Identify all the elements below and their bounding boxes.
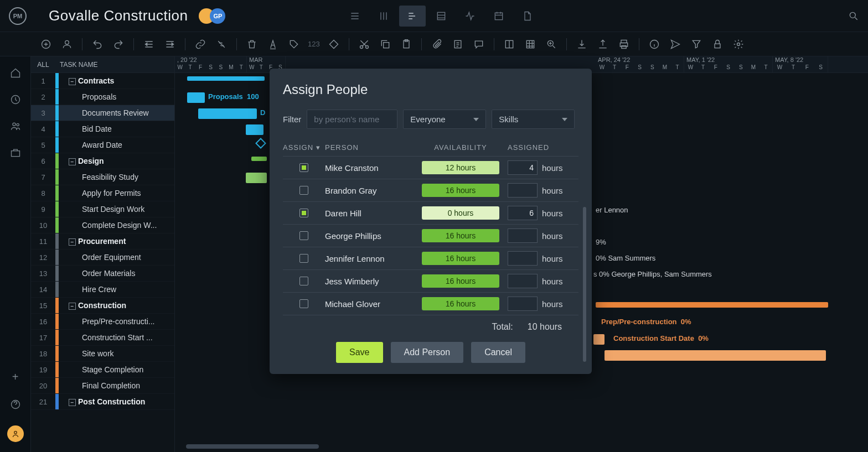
view-sheet-icon[interactable] xyxy=(428,6,454,27)
person-icon[interactable] xyxy=(59,36,75,53)
add-icon[interactable] xyxy=(38,36,54,53)
gantt-bar[interactable] xyxy=(198,108,257,119)
home-icon[interactable] xyxy=(10,67,21,79)
task-row[interactable]: 5Award Date xyxy=(31,137,174,153)
task-row[interactable]: 3Documents Review xyxy=(31,105,174,121)
view-file-icon[interactable] xyxy=(514,6,541,27)
task-row[interactable]: 1−Contracts xyxy=(31,73,174,89)
grid-icon[interactable] xyxy=(522,36,539,53)
assign-checkbox[interactable] xyxy=(299,254,308,263)
avatar[interactable]: GP xyxy=(210,8,225,24)
user-avatar[interactable] xyxy=(7,425,24,442)
col-header-person[interactable]: PERSON xyxy=(325,143,419,152)
comment-icon[interactable] xyxy=(471,36,487,53)
gantt-bar[interactable] xyxy=(246,124,264,135)
task-row[interactable]: 16Prep/Pre-constructi... xyxy=(31,314,174,330)
app-logo[interactable]: PM xyxy=(9,7,27,25)
cut-icon[interactable] xyxy=(356,36,373,53)
horizontal-scrollbar[interactable] xyxy=(186,444,319,449)
save-button[interactable]: Save xyxy=(336,342,383,363)
unlink-icon[interactable] xyxy=(213,36,230,53)
assign-checkbox[interactable] xyxy=(299,163,308,172)
col-header-availability[interactable]: AVAILABILITY xyxy=(419,143,502,152)
filter-scope-select[interactable]: Everyone xyxy=(403,110,486,129)
task-row[interactable]: 19Stage Completion xyxy=(31,362,174,378)
assigned-hours-input[interactable] xyxy=(508,160,538,175)
outdent-icon[interactable] xyxy=(141,36,157,53)
send-icon[interactable] xyxy=(667,36,684,53)
tag-icon[interactable] xyxy=(286,36,302,53)
task-row[interactable]: 6−Design xyxy=(31,153,174,169)
zoom-icon[interactable] xyxy=(543,36,560,53)
gantt-bar[interactable] xyxy=(187,92,205,103)
milestone-diamond-icon[interactable] xyxy=(255,138,266,149)
gantt-bar[interactable] xyxy=(251,157,267,161)
view-calendar-icon[interactable] xyxy=(485,6,512,27)
add-person-button[interactable]: Add Person xyxy=(391,342,464,363)
task-row[interactable]: 2Proposals xyxy=(31,89,174,105)
paste-icon[interactable] xyxy=(398,36,415,53)
assigned-hours-input[interactable] xyxy=(508,251,538,266)
indent-icon[interactable] xyxy=(162,36,178,53)
assign-checkbox[interactable] xyxy=(299,209,308,217)
link-icon[interactable] xyxy=(192,36,209,53)
task-row[interactable]: 18Site work xyxy=(31,346,174,362)
col-header-all[interactable]: ALL xyxy=(31,61,55,69)
view-activity-icon[interactable] xyxy=(457,6,483,27)
text-format-icon[interactable] xyxy=(265,36,281,53)
redo-icon[interactable] xyxy=(110,36,127,53)
trash-icon[interactable] xyxy=(244,36,260,53)
team-icon[interactable] xyxy=(10,121,21,132)
assigned-hours-input[interactable] xyxy=(508,297,538,311)
undo-icon[interactable] xyxy=(89,36,106,53)
gantt-bar[interactable] xyxy=(246,173,267,183)
gantt-bar[interactable] xyxy=(187,76,265,81)
add-workspace-icon[interactable]: + xyxy=(12,371,19,383)
filter-name-input[interactable] xyxy=(307,110,397,129)
gantt-bar[interactable] xyxy=(593,334,604,345)
collapse-toggle-icon[interactable]: − xyxy=(69,399,76,406)
task-row[interactable]: 17Construction Start ... xyxy=(31,330,174,346)
vertical-scrollbar[interactable] xyxy=(583,207,586,362)
assigned-hours-input[interactable] xyxy=(508,183,538,198)
assign-checkbox[interactable] xyxy=(299,277,308,285)
task-row[interactable]: 7Feasibility Study xyxy=(31,169,174,185)
search-icon[interactable] xyxy=(848,11,859,22)
col-header-assign[interactable]: ASSIGN ▾ xyxy=(283,143,325,152)
task-row[interactable]: 10Complete Design W... xyxy=(31,217,174,233)
briefcase-icon[interactable] xyxy=(10,147,21,158)
task-row[interactable]: 8Apply for Permits xyxy=(31,185,174,201)
task-row[interactable]: 9Start Design Work xyxy=(31,201,174,217)
cancel-button[interactable]: Cancel xyxy=(471,342,525,363)
gantt-bar[interactable] xyxy=(596,302,828,308)
collapse-toggle-icon[interactable]: − xyxy=(69,238,76,246)
task-row[interactable]: 21−Post Construction xyxy=(31,394,174,410)
collapse-toggle-icon[interactable]: − xyxy=(69,78,76,85)
assigned-hours-input[interactable] xyxy=(508,274,538,288)
task-row[interactable]: 12Order Equipment xyxy=(31,250,174,266)
gantt-bar[interactable] xyxy=(604,350,826,361)
assigned-hours-input[interactable] xyxy=(508,228,538,243)
collaborator-avatars[interactable]: GP xyxy=(199,8,225,24)
view-gantt-icon[interactable] xyxy=(399,6,426,27)
assigned-hours-input[interactable] xyxy=(508,206,538,220)
col-header-assigned[interactable]: ASSIGNED xyxy=(502,143,578,152)
task-row[interactable]: 14Hire Crew xyxy=(31,282,174,298)
task-row[interactable]: 4Bid Date xyxy=(31,121,174,137)
help-icon[interactable] xyxy=(10,399,21,410)
task-row[interactable]: 11−Procurement xyxy=(31,233,174,250)
columns-icon[interactable] xyxy=(501,36,518,53)
export-icon[interactable] xyxy=(595,36,611,53)
import-icon[interactable] xyxy=(574,36,590,53)
milestone-icon[interactable] xyxy=(326,36,342,53)
lock-icon[interactable] xyxy=(709,36,726,53)
assign-checkbox[interactable] xyxy=(299,299,308,308)
assign-checkbox[interactable] xyxy=(299,186,308,195)
filter-icon[interactable] xyxy=(688,36,705,53)
collapse-toggle-icon[interactable]: − xyxy=(69,158,76,165)
print-icon[interactable] xyxy=(616,36,632,53)
assign-checkbox[interactable] xyxy=(299,231,308,240)
col-header-name[interactable]: TASK NAME xyxy=(55,61,97,69)
collapse-toggle-icon[interactable]: − xyxy=(69,303,76,310)
note-icon[interactable] xyxy=(450,36,466,53)
